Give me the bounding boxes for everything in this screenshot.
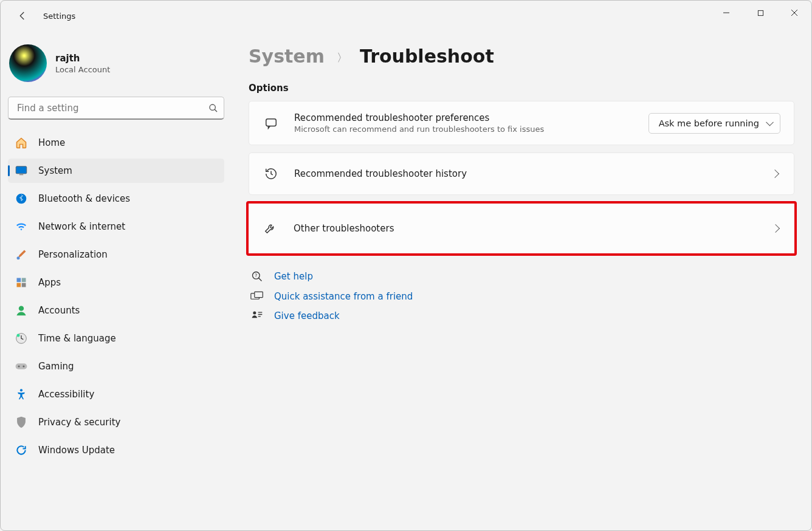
apps-icon <box>14 275 29 290</box>
chat-icon <box>263 117 280 130</box>
svg-rect-10 <box>17 278 21 283</box>
close-button[interactable] <box>777 1 811 25</box>
link-quick-assist[interactable]: Quick assistance from a friend <box>249 291 794 302</box>
sidebar-item-label: Accessibility <box>38 389 94 400</box>
feedback-icon <box>249 310 266 321</box>
svg-point-27 <box>253 312 256 315</box>
sidebar-item-update[interactable]: Windows Update <box>8 438 224 462</box>
sidebar-item-privacy[interactable]: Privacy & security <box>8 410 224 434</box>
svg-line-5 <box>215 109 217 112</box>
sidebar-item-label: Gaming <box>38 361 74 372</box>
sidebar-item-label: Privacy & security <box>38 417 120 428</box>
home-icon <box>14 135 29 150</box>
user-subtitle: Local Account <box>55 65 110 74</box>
gamepad-icon <box>14 359 29 374</box>
sidebar-item-time[interactable]: Time & language <box>8 326 224 351</box>
sidebar-item-personalization[interactable]: Personalization <box>8 242 224 267</box>
system-icon <box>14 163 29 178</box>
minimize-button[interactable] <box>709 1 743 25</box>
svg-line-23 <box>259 278 262 281</box>
link-get-help[interactable]: ? Get help <box>249 270 794 283</box>
card-other-troubleshooters[interactable]: Other troubleshooters <box>249 204 794 253</box>
sidebar-item-gaming[interactable]: Gaming <box>8 354 224 379</box>
breadcrumb-parent[interactable]: System <box>249 46 325 67</box>
nav-list: Home System Bluetooth & devices Network … <box>8 131 224 466</box>
update-icon <box>14 443 29 457</box>
sidebar-item-label: Bluetooth & devices <box>38 193 130 204</box>
sidebar-item-accessibility[interactable]: Accessibility <box>8 382 224 406</box>
sidebar-item-network[interactable]: Network & internet <box>8 214 224 239</box>
chevron-right-icon <box>771 170 779 178</box>
titlebar: Settings <box>1 1 811 31</box>
chevron-right-icon: 〉 <box>337 50 348 65</box>
sidebar-item-label: Network & internet <box>38 221 125 232</box>
svg-rect-6 <box>16 166 27 174</box>
link-feedback[interactable]: Give feedback <box>249 310 794 321</box>
help-links: ? Get help Quick assistance from a frien… <box>249 270 794 321</box>
svg-text:?: ? <box>255 273 257 278</box>
highlight-annotation: Other troubleshooters <box>246 201 797 256</box>
card-subtitle: Microsoft can recommend and run troubles… <box>294 125 649 134</box>
sidebar-item-accounts[interactable]: Accounts <box>8 298 224 323</box>
sidebar-item-label: Apps <box>38 277 61 288</box>
sidebar-item-system[interactable]: System <box>8 159 224 183</box>
search-wrap <box>8 97 224 120</box>
svg-rect-17 <box>16 363 27 369</box>
wrench-icon <box>262 222 279 235</box>
svg-point-19 <box>22 365 24 367</box>
svg-point-16 <box>17 334 20 337</box>
breadcrumb-current: Troubleshoot <box>360 46 494 67</box>
window-controls <box>709 1 811 25</box>
link-text: Quick assistance from a friend <box>274 291 413 302</box>
monitors-icon <box>249 291 266 302</box>
sidebar-item-apps[interactable]: Apps <box>8 270 224 295</box>
card-recommended-prefs[interactable]: Recommended troubleshooter preferences M… <box>249 101 794 145</box>
svg-rect-11 <box>22 278 26 283</box>
dropdown-value: Ask me before running <box>659 118 759 128</box>
avatar <box>9 44 47 82</box>
sidebar: rajth Local Account Home System <box>1 31 232 530</box>
close-icon <box>791 9 798 16</box>
sidebar-item-bluetooth[interactable]: Bluetooth & devices <box>8 187 224 211</box>
maximize-icon <box>757 10 764 16</box>
svg-rect-1 <box>758 10 763 15</box>
svg-rect-26 <box>255 292 263 297</box>
recommended-dropdown[interactable]: Ask me before running <box>649 113 780 134</box>
help-icon: ? <box>249 270 266 283</box>
link-text: Give feedback <box>274 310 340 321</box>
chevron-right-icon <box>771 224 780 233</box>
accessibility-icon <box>14 387 29 402</box>
section-label: Options <box>249 83 794 94</box>
svg-rect-13 <box>22 283 26 287</box>
maximize-button[interactable] <box>743 1 777 25</box>
sidebar-item-label: Personalization <box>38 249 108 260</box>
user-account-block[interactable]: rajth Local Account <box>8 39 224 93</box>
card-title: Recommended troubleshooter preferences <box>294 112 649 123</box>
sidebar-item-label: Windows Update <box>38 445 115 456</box>
card-title: Recommended troubleshooter history <box>294 168 765 179</box>
svg-rect-21 <box>266 118 277 126</box>
card-history[interactable]: Recommended troubleshooter history <box>249 152 794 195</box>
back-button[interactable] <box>12 5 33 27</box>
sidebar-item-label: Home <box>38 137 65 148</box>
person-icon <box>14 303 29 318</box>
search-input[interactable] <box>8 97 224 120</box>
window-title: Settings <box>43 12 75 21</box>
back-arrow-icon <box>17 10 28 21</box>
sidebar-item-label: Accounts <box>38 305 80 316</box>
user-name: rajth <box>55 53 110 64</box>
svg-point-4 <box>210 104 215 110</box>
wifi-icon <box>14 219 29 234</box>
sidebar-item-home[interactable]: Home <box>8 131 224 155</box>
search-icon <box>208 103 218 113</box>
sidebar-item-label: Time & language <box>38 333 116 344</box>
svg-point-20 <box>20 389 22 391</box>
svg-point-18 <box>18 365 20 367</box>
breadcrumb: System 〉 Troubleshoot <box>249 46 794 67</box>
bluetooth-icon <box>14 191 29 206</box>
sidebar-item-label: System <box>38 165 72 176</box>
main-content: System 〉 Troubleshoot Options Recommende… <box>232 31 811 530</box>
svg-point-9 <box>17 256 20 259</box>
brush-icon <box>14 247 29 262</box>
clock-icon <box>14 331 29 346</box>
